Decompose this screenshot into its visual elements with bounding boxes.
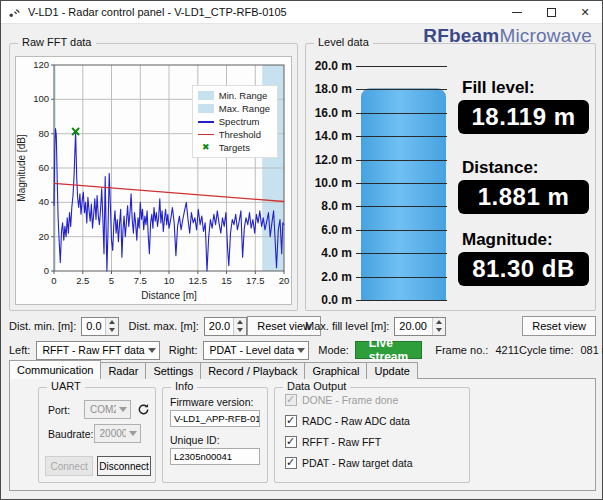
communication-tab-panel: UART Port: COM23 Baudrate: 2000000 (9, 378, 596, 491)
radc-checkbox-label: RADC - Raw ADC data (302, 415, 410, 427)
legend-entry: Threshold (198, 129, 270, 140)
svg-text:80: 80 (38, 128, 49, 139)
legend-entry: ✖Targets (198, 142, 270, 153)
connect-button: Connect (45, 456, 93, 476)
gauge-tick-line (356, 113, 447, 114)
minimize-button[interactable] (500, 1, 534, 23)
tab-communication[interactable]: Communication (9, 360, 101, 379)
gauge-tick-line (356, 66, 447, 67)
data-output-group: Data Output DONE - Frame done RADC - Raw… (274, 387, 470, 483)
refresh-ports-icon[interactable] (135, 402, 151, 418)
rfft-checkbox[interactable] (285, 436, 297, 448)
dist-min-up-icon[interactable] (106, 318, 118, 327)
frame-no-value: 4211 (495, 344, 519, 356)
svg-text:0: 0 (51, 275, 56, 286)
svg-text:120: 120 (33, 59, 49, 70)
gauge-tick-line (356, 277, 447, 278)
dist-min-down-icon[interactable] (106, 326, 118, 335)
gauge-tick-label: 0.0 m (310, 293, 352, 307)
radc-checkbox[interactable] (285, 415, 297, 427)
gauge-tick-line (356, 253, 447, 254)
dist-min-label: Dist. min. [m]: (9, 320, 76, 332)
max-fill-down-icon[interactable] (433, 326, 445, 335)
pdat-checkbox-label: PDAT - Raw target data (302, 457, 413, 469)
level-controls-row: Max. fill level [m]: 20.00 Reset view (305, 316, 596, 336)
chevron-down-icon (145, 344, 159, 357)
info-group-title: Info (171, 380, 197, 392)
magnitude-value: 81.30 dB (458, 252, 589, 286)
tab-update[interactable]: Update (366, 362, 417, 379)
port-label: Port: (48, 404, 70, 416)
svg-text:7.5: 7.5 (134, 275, 147, 286)
svg-text:17.5: 17.5 (246, 275, 265, 286)
svg-text:0: 0 (44, 265, 49, 276)
distance-value: 1.881 m (458, 180, 589, 214)
distance-label: Distance: (462, 158, 539, 178)
gauge-tick-label: 14.0 m (310, 129, 352, 143)
svg-text:10: 10 (164, 275, 175, 286)
tank-fill-bar (361, 88, 446, 300)
dist-min-spinner[interactable]: 0.0 (81, 317, 118, 336)
pdat-checkbox[interactable] (285, 457, 297, 469)
uart-group-title: UART (47, 380, 85, 392)
svg-text:20: 20 (38, 231, 49, 242)
reset-view-right-button[interactable]: Reset view (522, 316, 596, 336)
unique-id-label: Unique ID: (170, 434, 220, 446)
tab-radar[interactable]: Radar (100, 362, 146, 379)
firmware-version-label: Firmware version: (170, 396, 253, 408)
svg-text:40: 40 (38, 196, 49, 207)
legend-entry: Min. Range (198, 90, 270, 101)
gauge-tick-label: 2.0 m (310, 270, 352, 284)
firmware-version-field: V-LD1_APP-RFB-0105 (170, 410, 260, 427)
svg-text:60: 60 (38, 162, 49, 173)
done-checkbox (285, 394, 297, 406)
svg-text:20: 20 (279, 275, 290, 286)
app-icon (8, 5, 22, 19)
app-window: V-LD1 - Radar control panel - V-LD1_CTP-… (0, 0, 603, 500)
legend-entry: Max. Range (198, 103, 270, 114)
right-view-label: Right: (169, 344, 198, 356)
left-view-select[interactable]: RFFT - Raw FFT data (36, 341, 159, 360)
dist-max-down-icon[interactable] (234, 326, 246, 335)
legend-entry: Spectrum (198, 116, 270, 127)
frame-no-label: Frame no.: (435, 344, 488, 356)
gauge-tick-line (356, 183, 447, 184)
fft-controls-row: Dist. min. [m]: 0.0 Dist. max. [m]: 20.0… (9, 316, 298, 336)
max-fill-up-icon[interactable] (433, 318, 445, 327)
window-title: V-LD1 - Radar control panel - V-LD1_CTP-… (28, 6, 287, 18)
mode-status-badge: Live stream (355, 341, 422, 359)
tab-record-playback[interactable]: Record / Playback (200, 362, 305, 379)
dist-max-up-icon[interactable] (234, 318, 246, 327)
gauge-tick-label: 20.0 m (310, 59, 352, 73)
raw-fft-group-title: Raw FFT data (18, 36, 96, 48)
gauge-tick-line (356, 160, 447, 161)
right-view-select[interactable]: PDAT - Level data (203, 341, 309, 360)
magnitude-label: Magnitude: (462, 230, 553, 250)
tab-graphical[interactable]: Graphical (304, 362, 367, 379)
dist-max-spinner[interactable]: 20.0 (204, 317, 247, 336)
level-data-group-title: Level data (314, 36, 373, 48)
max-fill-label: Max. fill level [m]: (305, 320, 389, 332)
gauge-tick-label: 8.0 m (310, 199, 352, 213)
info-group: Info Firmware version: V-LD1_APP-RFB-010… (162, 387, 268, 483)
baudrate-label: Baudrate: (48, 428, 94, 440)
left-view-label: Left: (9, 344, 30, 356)
gauge-tick-label: 10.0 m (310, 176, 352, 190)
fft-chart[interactable]: 02.557.51012.51517.520020406080100120Dis… (15, 56, 292, 305)
disconnect-button[interactable]: Disconnect (97, 456, 151, 476)
svg-text:5: 5 (109, 275, 114, 286)
gauge-tick-line (356, 136, 447, 137)
close-button[interactable]: ✕ (568, 1, 602, 23)
data-output-group-title: Data Output (283, 380, 350, 392)
chart-legend: Min. RangeMax. RangeSpectrumThreshold✖Ta… (192, 85, 278, 158)
tab-settings[interactable]: Settings (145, 362, 201, 379)
max-fill-spinner[interactable]: 20.00 (394, 317, 446, 336)
svg-text:Distance [m]: Distance [m] (141, 290, 197, 301)
chevron-down-icon (116, 403, 130, 416)
mode-label: Mode: (318, 344, 349, 356)
svg-text:12.5: 12.5 (189, 275, 208, 286)
chevron-down-icon (126, 427, 140, 440)
level-data-group: Level data 20.0 m18.0 m16.0 m14.0 m12.0 … (305, 43, 596, 311)
maximize-button[interactable] (534, 1, 568, 23)
uart-group: UART Port: COM23 Baudrate: 2000000 (38, 387, 156, 483)
